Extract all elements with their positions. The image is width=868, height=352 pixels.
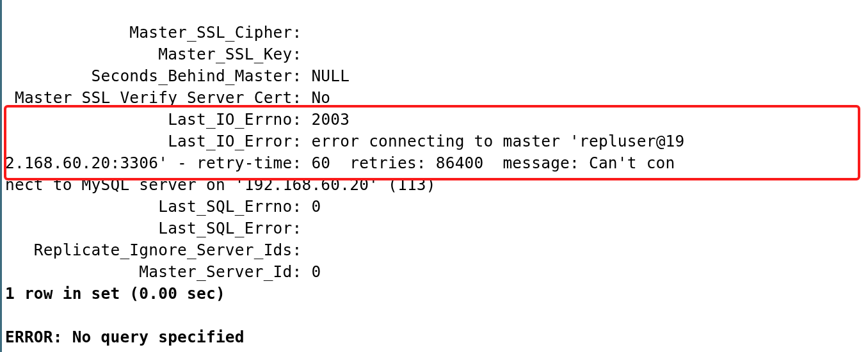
label: Last_SQL_Error: (158, 219, 301, 237)
row-last-sql-errno: Last_SQL_Errno: 0 (5, 197, 321, 216)
label: Last_IO_Errno: (168, 110, 301, 129)
pad (5, 241, 24, 259)
row-master-ssl-verify-server-cert: Master_SSL_Verify_Server_Cert: No (5, 88, 330, 107)
row-last-sql-error: Last_SQL_Error: (5, 219, 311, 237)
label: Master_SSL_Key: (158, 45, 301, 63)
label: Master_SSL_Verify_Server_Cert: (15, 88, 302, 107)
row-replicate-ignore-server-ids: Replicate_Ignore_Server_Ids: (5, 241, 311, 259)
row-last-io-errno: Last_IO_Errno: 2003 (5, 110, 350, 129)
label: Seconds_Behind_Master: (92, 67, 302, 85)
row-master-ssl-key: Master_SSL_Key: (5, 45, 311, 63)
row-master-server-id: Master_Server_Id: 0 (5, 262, 321, 281)
terminal-output: Master_SSL_Cipher: Master_SSL_Key: Secon… (0, 0, 868, 348)
value: NULL (311, 67, 350, 85)
row-last-io-error-l3: nect to MySQL server on '192.168.60.20' … (5, 175, 436, 194)
label: Master_Server_Id: (139, 262, 301, 281)
pad (5, 67, 82, 85)
pad (5, 262, 129, 281)
label: Last_SQL_Errno: (158, 197, 301, 216)
label: Last_IO_Error: (168, 132, 301, 150)
pad (5, 23, 120, 42)
value: 0 (311, 262, 321, 281)
pad (5, 197, 149, 216)
row-master-ssl-cipher: Master_SSL_Cipher: (5, 23, 311, 42)
pad (5, 132, 158, 150)
label: Master_SSL_Cipher: (129, 23, 301, 42)
label: Replicate_Ignore_Server_Ids: (34, 241, 302, 259)
value: 2003 (311, 110, 350, 129)
pad (5, 219, 149, 237)
error-line: ERROR: No query specified (5, 328, 245, 346)
row-last-io-error-l2: 2.168.60.20:3306' - retry-time: 60 retri… (5, 154, 675, 172)
pad (5, 45, 149, 63)
row-seconds-behind-master: Seconds_Behind_Master: NULL (5, 67, 350, 85)
value: error connecting to master 'repluser@19 (311, 132, 684, 150)
row-last-io-error-l1: Last_IO_Error: error connecting to maste… (5, 132, 685, 150)
pad (5, 110, 158, 129)
value: 0 (311, 197, 321, 216)
rowset-summary: 1 row in set (0.00 sec) (5, 284, 225, 303)
value: No (311, 88, 330, 107)
